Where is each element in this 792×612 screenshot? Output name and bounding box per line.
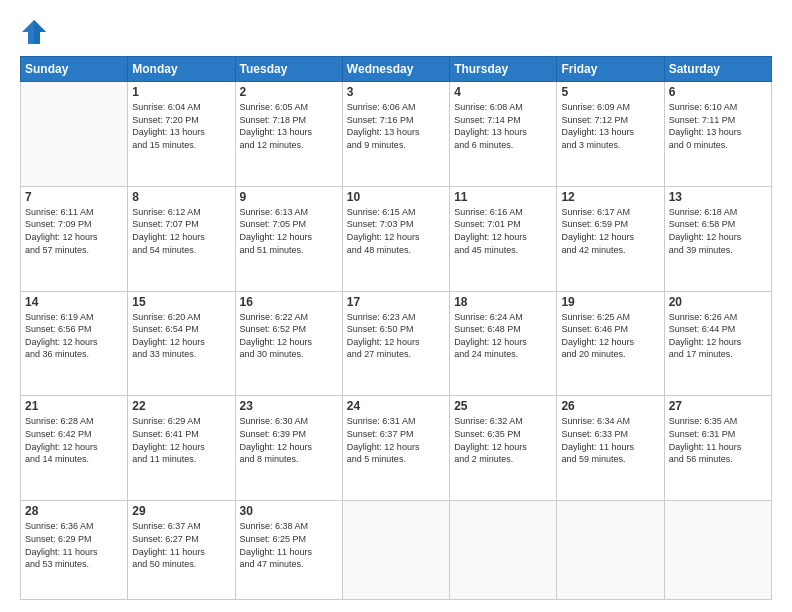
day-number: 1 (132, 85, 230, 99)
day-number: 15 (132, 295, 230, 309)
day-info: Sunrise: 6:16 AM Sunset: 7:01 PM Dayligh… (454, 206, 552, 256)
header-row: SundayMondayTuesdayWednesdayThursdayFrid… (21, 57, 772, 82)
day-number: 16 (240, 295, 338, 309)
calendar-cell: 18Sunrise: 6:24 AM Sunset: 6:48 PM Dayli… (450, 291, 557, 396)
day-number: 19 (561, 295, 659, 309)
day-info: Sunrise: 6:35 AM Sunset: 6:31 PM Dayligh… (669, 415, 767, 465)
calendar-cell (557, 501, 664, 600)
week-row-3: 14Sunrise: 6:19 AM Sunset: 6:56 PM Dayli… (21, 291, 772, 396)
calendar-cell: 15Sunrise: 6:20 AM Sunset: 6:54 PM Dayli… (128, 291, 235, 396)
calendar-cell: 29Sunrise: 6:37 AM Sunset: 6:27 PM Dayli… (128, 501, 235, 600)
day-number: 21 (25, 399, 123, 413)
calendar-cell (664, 501, 771, 600)
calendar-cell: 2Sunrise: 6:05 AM Sunset: 7:18 PM Daylig… (235, 82, 342, 187)
day-info: Sunrise: 6:15 AM Sunset: 7:03 PM Dayligh… (347, 206, 445, 256)
calendar-cell: 19Sunrise: 6:25 AM Sunset: 6:46 PM Dayli… (557, 291, 664, 396)
calendar-cell: 24Sunrise: 6:31 AM Sunset: 6:37 PM Dayli… (342, 396, 449, 501)
calendar-cell: 25Sunrise: 6:32 AM Sunset: 6:35 PM Dayli… (450, 396, 557, 501)
calendar-cell: 7Sunrise: 6:11 AM Sunset: 7:09 PM Daylig… (21, 186, 128, 291)
day-number: 5 (561, 85, 659, 99)
column-header-thursday: Thursday (450, 57, 557, 82)
column-header-sunday: Sunday (21, 57, 128, 82)
column-header-saturday: Saturday (664, 57, 771, 82)
day-info: Sunrise: 6:31 AM Sunset: 6:37 PM Dayligh… (347, 415, 445, 465)
day-info: Sunrise: 6:34 AM Sunset: 6:33 PM Dayligh… (561, 415, 659, 465)
day-info: Sunrise: 6:18 AM Sunset: 6:58 PM Dayligh… (669, 206, 767, 256)
calendar-cell (21, 82, 128, 187)
day-info: Sunrise: 6:12 AM Sunset: 7:07 PM Dayligh… (132, 206, 230, 256)
day-number: 13 (669, 190, 767, 204)
day-info: Sunrise: 6:24 AM Sunset: 6:48 PM Dayligh… (454, 311, 552, 361)
day-info: Sunrise: 6:10 AM Sunset: 7:11 PM Dayligh… (669, 101, 767, 151)
day-info: Sunrise: 6:11 AM Sunset: 7:09 PM Dayligh… (25, 206, 123, 256)
day-info: Sunrise: 6:36 AM Sunset: 6:29 PM Dayligh… (25, 520, 123, 570)
day-info: Sunrise: 6:05 AM Sunset: 7:18 PM Dayligh… (240, 101, 338, 151)
day-number: 3 (347, 85, 445, 99)
column-header-monday: Monday (128, 57, 235, 82)
day-number: 14 (25, 295, 123, 309)
logo (20, 18, 52, 46)
day-number: 24 (347, 399, 445, 413)
day-info: Sunrise: 6:37 AM Sunset: 6:27 PM Dayligh… (132, 520, 230, 570)
day-info: Sunrise: 6:32 AM Sunset: 6:35 PM Dayligh… (454, 415, 552, 465)
calendar-cell: 11Sunrise: 6:16 AM Sunset: 7:01 PM Dayli… (450, 186, 557, 291)
day-number: 11 (454, 190, 552, 204)
calendar-cell (342, 501, 449, 600)
day-number: 25 (454, 399, 552, 413)
day-number: 12 (561, 190, 659, 204)
day-info: Sunrise: 6:38 AM Sunset: 6:25 PM Dayligh… (240, 520, 338, 570)
calendar-cell: 14Sunrise: 6:19 AM Sunset: 6:56 PM Dayli… (21, 291, 128, 396)
day-info: Sunrise: 6:26 AM Sunset: 6:44 PM Dayligh… (669, 311, 767, 361)
day-number: 8 (132, 190, 230, 204)
calendar-cell: 4Sunrise: 6:08 AM Sunset: 7:14 PM Daylig… (450, 82, 557, 187)
day-number: 6 (669, 85, 767, 99)
calendar-cell: 8Sunrise: 6:12 AM Sunset: 7:07 PM Daylig… (128, 186, 235, 291)
day-info: Sunrise: 6:13 AM Sunset: 7:05 PM Dayligh… (240, 206, 338, 256)
calendar-cell: 13Sunrise: 6:18 AM Sunset: 6:58 PM Dayli… (664, 186, 771, 291)
day-info: Sunrise: 6:20 AM Sunset: 6:54 PM Dayligh… (132, 311, 230, 361)
day-info: Sunrise: 6:04 AM Sunset: 7:20 PM Dayligh… (132, 101, 230, 151)
calendar-cell: 12Sunrise: 6:17 AM Sunset: 6:59 PM Dayli… (557, 186, 664, 291)
calendar-table: SundayMondayTuesdayWednesdayThursdayFrid… (20, 56, 772, 600)
calendar-cell: 1Sunrise: 6:04 AM Sunset: 7:20 PM Daylig… (128, 82, 235, 187)
calendar-cell: 30Sunrise: 6:38 AM Sunset: 6:25 PM Dayli… (235, 501, 342, 600)
day-info: Sunrise: 6:09 AM Sunset: 7:12 PM Dayligh… (561, 101, 659, 151)
calendar-cell: 28Sunrise: 6:36 AM Sunset: 6:29 PM Dayli… (21, 501, 128, 600)
calendar-cell: 21Sunrise: 6:28 AM Sunset: 6:42 PM Dayli… (21, 396, 128, 501)
day-number: 29 (132, 504, 230, 518)
day-info: Sunrise: 6:23 AM Sunset: 6:50 PM Dayligh… (347, 311, 445, 361)
column-header-friday: Friday (557, 57, 664, 82)
day-info: Sunrise: 6:22 AM Sunset: 6:52 PM Dayligh… (240, 311, 338, 361)
day-number: 17 (347, 295, 445, 309)
calendar-cell: 22Sunrise: 6:29 AM Sunset: 6:41 PM Dayli… (128, 396, 235, 501)
day-number: 9 (240, 190, 338, 204)
day-info: Sunrise: 6:08 AM Sunset: 7:14 PM Dayligh… (454, 101, 552, 151)
day-number: 26 (561, 399, 659, 413)
calendar-cell: 5Sunrise: 6:09 AM Sunset: 7:12 PM Daylig… (557, 82, 664, 187)
calendar-cell: 10Sunrise: 6:15 AM Sunset: 7:03 PM Dayli… (342, 186, 449, 291)
day-number: 20 (669, 295, 767, 309)
logo-icon (20, 18, 48, 46)
day-number: 28 (25, 504, 123, 518)
column-header-wednesday: Wednesday (342, 57, 449, 82)
calendar-cell: 26Sunrise: 6:34 AM Sunset: 6:33 PM Dayli… (557, 396, 664, 501)
day-number: 7 (25, 190, 123, 204)
calendar-cell: 6Sunrise: 6:10 AM Sunset: 7:11 PM Daylig… (664, 82, 771, 187)
calendar-cell: 23Sunrise: 6:30 AM Sunset: 6:39 PM Dayli… (235, 396, 342, 501)
day-info: Sunrise: 6:25 AM Sunset: 6:46 PM Dayligh… (561, 311, 659, 361)
week-row-2: 7Sunrise: 6:11 AM Sunset: 7:09 PM Daylig… (21, 186, 772, 291)
day-number: 23 (240, 399, 338, 413)
day-number: 30 (240, 504, 338, 518)
day-number: 18 (454, 295, 552, 309)
calendar-cell: 17Sunrise: 6:23 AM Sunset: 6:50 PM Dayli… (342, 291, 449, 396)
week-row-1: 1Sunrise: 6:04 AM Sunset: 7:20 PM Daylig… (21, 82, 772, 187)
calendar-cell: 20Sunrise: 6:26 AM Sunset: 6:44 PM Dayli… (664, 291, 771, 396)
day-number: 22 (132, 399, 230, 413)
svg-marker-1 (34, 20, 46, 44)
calendar-cell: 16Sunrise: 6:22 AM Sunset: 6:52 PM Dayli… (235, 291, 342, 396)
page-header (20, 18, 772, 46)
day-number: 4 (454, 85, 552, 99)
calendar-cell (450, 501, 557, 600)
day-info: Sunrise: 6:30 AM Sunset: 6:39 PM Dayligh… (240, 415, 338, 465)
day-info: Sunrise: 6:06 AM Sunset: 7:16 PM Dayligh… (347, 101, 445, 151)
